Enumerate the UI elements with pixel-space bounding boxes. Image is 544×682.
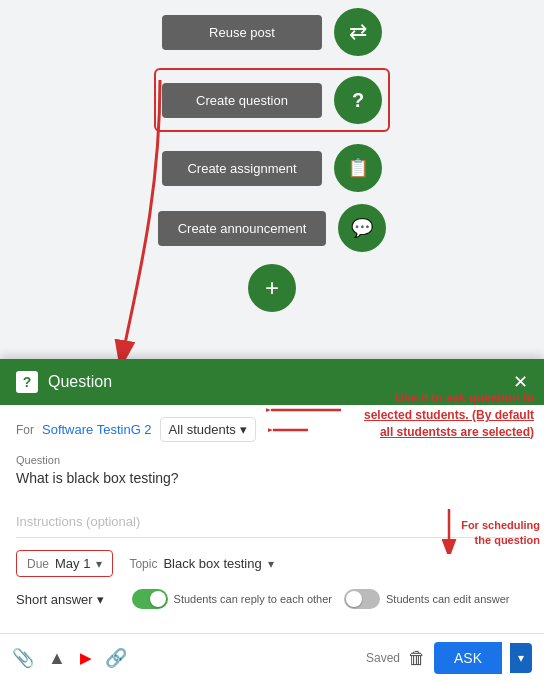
students-chevron-icon: ▾ xyxy=(240,422,247,437)
reuse-post-icon-button[interactable]: ⇄ xyxy=(334,8,382,56)
due-value: May 1 xyxy=(55,556,90,571)
topic-label: Topic xyxy=(129,557,157,571)
panel-question-icon: ? xyxy=(16,371,38,393)
red-arrow-svg xyxy=(100,60,180,380)
reply-toggle-label: Students can reply to each other xyxy=(174,593,332,605)
youtube-icon[interactable]: ▶ xyxy=(80,650,91,666)
students-arrow-svg xyxy=(268,420,308,440)
annotation-arrow-svg xyxy=(266,400,346,420)
reuse-post-item: Reuse post ⇄ xyxy=(162,8,382,56)
reuse-icon: ⇄ xyxy=(349,19,367,45)
panel-title: Question xyxy=(48,373,112,391)
attachment-icons: 📎 ▲ ▶ 🔗 xyxy=(12,647,127,669)
short-answer-chevron-icon: ▾ xyxy=(97,592,104,607)
assignment-icon: 📋 xyxy=(347,157,369,179)
for-label: For xyxy=(16,423,34,437)
options-row: Short answer ▾ Students can reply to eac… xyxy=(16,589,528,609)
panel-header-left: ? Question xyxy=(16,371,112,393)
ask-dropdown-button[interactable]: ▾ xyxy=(510,643,532,673)
scheduling-arrow-svg xyxy=(434,504,464,554)
create-assignment-item: Create assignment 📋 xyxy=(162,144,382,192)
students-dropdown[interactable]: All students ▾ xyxy=(160,417,256,442)
for-class: Software TestinG 2 xyxy=(42,422,152,437)
reply-toggle[interactable] xyxy=(132,589,168,609)
edit-toggle-container: Students can edit answer xyxy=(344,589,510,609)
create-assignment-icon-button[interactable]: 📋 xyxy=(334,144,382,192)
due-field[interactable]: Due May 1 ▾ xyxy=(16,550,113,577)
bottom-bar: 📎 ▲ ▶ 🔗 Saved 🗑 ASK ▾ xyxy=(0,633,544,682)
topic-value: Black box testing xyxy=(163,556,261,571)
students-value: All students xyxy=(169,422,236,437)
ask-chevron-icon: ▾ xyxy=(518,651,524,665)
topic-chevron-icon: ▾ xyxy=(268,557,274,571)
question-label: Question xyxy=(16,454,528,466)
create-question-button[interactable]: Create question xyxy=(162,83,322,118)
link-icon[interactable]: 🔗 xyxy=(105,647,127,669)
question-mark-icon: ? xyxy=(352,89,364,112)
create-announcement-item: Create announcement 💬 xyxy=(158,204,387,252)
announcement-icon: 💬 xyxy=(351,217,373,239)
attach-file-icon[interactable]: 📎 xyxy=(12,647,34,669)
google-drive-icon[interactable]: ▲ xyxy=(48,648,66,669)
reuse-post-button[interactable]: Reuse post xyxy=(162,15,322,50)
create-question-icon-button[interactable]: ? xyxy=(334,76,382,124)
short-answer-label: Short answer xyxy=(16,592,93,607)
create-assignment-button[interactable]: Create assignment xyxy=(162,151,322,186)
short-answer-dropdown[interactable]: Short answer ▾ xyxy=(16,592,104,607)
close-icon: ✕ xyxy=(513,372,528,392)
bottom-right: Saved 🗑 ASK ▾ xyxy=(366,642,532,674)
saved-text: Saved xyxy=(366,651,400,665)
annotation-use-it: Use it to ask question to selected stude… xyxy=(354,390,534,440)
meta-row: Due May 1 ▾ Topic Black box testing ▾ xyxy=(16,550,528,577)
create-announcement-button[interactable]: Create announcement xyxy=(158,211,327,246)
topic-field[interactable]: Topic Black box testing ▾ xyxy=(129,556,273,571)
edit-toggle-label: Students can edit answer xyxy=(386,593,510,605)
create-announcement-icon-button[interactable]: 💬 xyxy=(338,204,386,252)
reply-toggle-container: Students can reply to each other xyxy=(132,589,332,609)
add-item: + xyxy=(248,264,296,312)
add-button[interactable]: + xyxy=(248,264,296,312)
create-question-highlighted: Create question ? xyxy=(154,68,390,132)
delete-icon[interactable]: 🗑 xyxy=(408,648,426,669)
question-text: What is black box testing? xyxy=(16,470,528,494)
ask-button[interactable]: ASK xyxy=(434,642,502,674)
plus-icon: + xyxy=(265,274,279,302)
edit-toggle[interactable] xyxy=(344,589,380,609)
due-chevron-icon: ▾ xyxy=(96,557,102,571)
due-label: Due xyxy=(27,557,49,571)
